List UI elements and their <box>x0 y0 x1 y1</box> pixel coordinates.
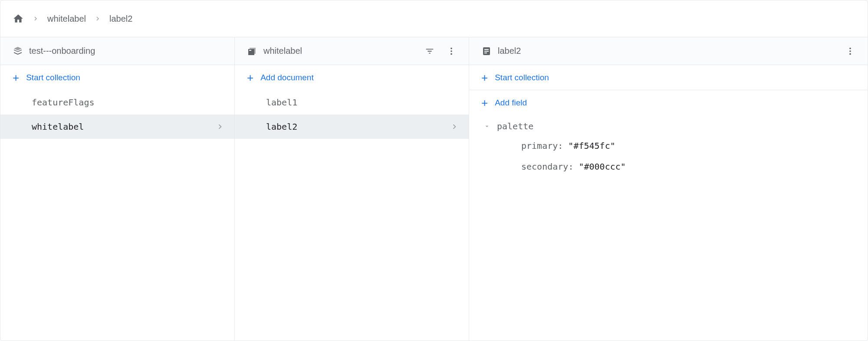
collection-item-label: featureFlags <box>32 97 225 108</box>
chevron-right-icon <box>215 122 225 131</box>
collections-list: featureFlags whitelabel <box>0 90 234 341</box>
collection-item[interactable]: whitelabel <box>0 115 234 139</box>
field-tree: palette primary: "#f545fc" secondary: "#… <box>469 115 868 179</box>
filter-list-icon[interactable] <box>422 43 437 59</box>
field-row[interactable]: secondary: "#000ccc" <box>469 156 868 177</box>
breadcrumb-item[interactable]: label2 <box>109 14 132 24</box>
more-vert-icon[interactable] <box>842 43 858 59</box>
document-panel: label2 + Start collection + Add field <box>469 37 868 341</box>
field-value: "#f545fc" <box>568 141 615 151</box>
collection-item[interactable]: featureFlags <box>0 90 234 115</box>
database-root-icon <box>13 46 23 56</box>
action-label: Add field <box>495 98 527 108</box>
action-label: Start collection <box>495 73 549 82</box>
collection-panel-header: whitelabel <box>235 37 469 65</box>
svg-point-2 <box>450 50 452 52</box>
more-vert-icon[interactable] <box>444 43 459 59</box>
plus-icon: + <box>13 72 19 83</box>
svg-rect-0 <box>249 50 251 51</box>
svg-rect-5 <box>484 49 489 50</box>
field-row[interactable]: palette <box>469 117 868 135</box>
firestore-data-viewer: whitelabel label2 test---onboarding + <box>0 0 868 341</box>
field-value: "#000ccc" <box>579 161 625 172</box>
document-item-label: label2 <box>266 121 450 132</box>
documents-list: label1 label2 <box>235 90 469 341</box>
start-collection-button[interactable]: + Start collection <box>469 65 868 90</box>
root-panel-title: test---onboarding <box>29 46 225 56</box>
breadcrumb: whitelabel label2 <box>0 0 868 37</box>
expand-toggle-icon[interactable] <box>481 123 493 130</box>
start-collection-button[interactable]: + Start collection <box>0 65 234 90</box>
columns-container: test---onboarding + Start collection fea… <box>0 37 868 341</box>
collection-item-label: whitelabel <box>32 121 215 132</box>
action-label: Add document <box>260 73 314 82</box>
document-fields: + Add field palette primary: "#f545fc" <box>469 90 868 341</box>
collection-panel: whitelabel + Add document label1 label2 <box>235 37 469 341</box>
svg-rect-6 <box>484 51 489 52</box>
plus-icon: + <box>247 72 253 83</box>
add-document-button[interactable]: + Add document <box>235 65 469 90</box>
svg-point-9 <box>849 50 851 52</box>
chevron-right-icon <box>32 15 39 23</box>
document-item-label: label1 <box>266 97 459 108</box>
plus-icon: + <box>481 97 488 108</box>
field-key: secondary: <box>521 161 573 172</box>
action-label: Start collection <box>26 73 80 82</box>
document-item[interactable]: label1 <box>235 90 469 115</box>
svg-point-3 <box>450 53 452 55</box>
svg-point-8 <box>849 47 851 49</box>
svg-point-1 <box>450 47 452 49</box>
document-panel-title: label2 <box>498 46 836 56</box>
collection-panel-title: whitelabel <box>263 46 416 56</box>
document-item[interactable]: label2 <box>235 115 469 139</box>
svg-rect-7 <box>484 52 487 53</box>
chevron-right-icon <box>94 15 102 23</box>
plus-icon: + <box>481 72 488 83</box>
breadcrumb-item[interactable]: whitelabel <box>47 14 86 24</box>
document-icon <box>481 46 492 56</box>
document-panel-header: label2 <box>469 37 868 65</box>
field-key: palette <box>497 121 533 131</box>
chevron-right-icon <box>450 122 459 131</box>
field-row[interactable]: primary: "#f545fc" <box>469 135 868 156</box>
svg-point-10 <box>849 53 851 55</box>
home-icon[interactable] <box>13 13 24 24</box>
root-panel: test---onboarding + Start collection fea… <box>0 37 235 341</box>
root-panel-header: test---onboarding <box>0 37 234 65</box>
field-key: primary: <box>521 141 563 151</box>
collection-icon <box>247 46 257 56</box>
add-field-button[interactable]: + Add field <box>469 90 868 115</box>
